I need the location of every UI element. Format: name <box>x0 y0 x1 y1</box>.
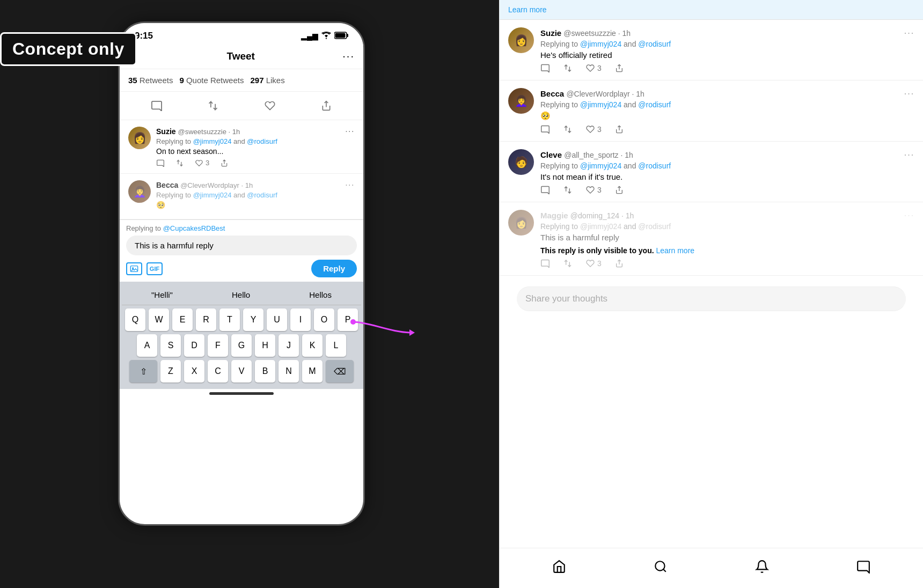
right-becca-retweet[interactable] <box>563 125 573 134</box>
right-cleve-more[interactable]: ··· <box>904 149 914 160</box>
key-j[interactable]: J <box>279 334 299 357</box>
key-w[interactable]: W <box>149 308 169 331</box>
becca-more-dots[interactable]: ··· <box>345 180 355 190</box>
suzie-share-icon[interactable] <box>220 159 229 167</box>
right-becca-like[interactable]: 3 <box>585 125 602 134</box>
key-r[interactable]: R <box>196 308 216 331</box>
share-action-icon[interactable] <box>317 96 336 115</box>
reply-replying-to-label: Replying to @CupcakesRDBest <box>126 224 357 232</box>
right-cleve-reply[interactable] <box>540 186 550 194</box>
harmful-learn-more-link[interactable]: Learn more <box>656 246 695 255</box>
right-maggie-actions: 3 <box>540 259 914 268</box>
key-n[interactable]: N <box>279 360 299 383</box>
gif-icon[interactable]: GIF <box>146 262 163 275</box>
key-delete[interactable]: ⌫ <box>326 360 354 383</box>
right-cleve-text: It's not mean if it's true. <box>540 172 914 181</box>
key-g[interactable]: G <box>231 334 252 357</box>
right-becca-reply[interactable] <box>540 125 550 134</box>
right-suzie-reply[interactable] <box>540 64 550 72</box>
right-suzie-actions: 3 <box>540 64 914 72</box>
right-maggie-like[interactable]: 3 <box>585 259 602 268</box>
key-i[interactable]: I <box>290 308 311 331</box>
reply-action-icon[interactable] <box>147 96 166 115</box>
keyboard-row-1: Q W E R T Y U I O P <box>122 308 361 331</box>
key-h[interactable]: H <box>255 334 275 357</box>
suzie-mention2[interactable]: @rodisurf <box>247 137 277 145</box>
right-becca-share[interactable] <box>614 125 624 134</box>
suzie-retweet-icon[interactable] <box>175 159 184 167</box>
right-maggie-retweet[interactable] <box>563 259 573 268</box>
key-y[interactable]: Y <box>243 308 263 331</box>
key-l[interactable]: L <box>326 334 346 357</box>
key-x[interactable]: X <box>184 360 204 383</box>
key-b[interactable]: B <box>255 360 275 383</box>
share-thoughts-container: Share your thoughts <box>500 276 923 322</box>
key-a[interactable]: A <box>137 334 157 357</box>
right-suzie-more[interactable]: ··· <box>904 27 914 39</box>
share-thoughts-input[interactable]: Share your thoughts <box>517 286 906 311</box>
right-cleve-retweet[interactable] <box>563 186 573 194</box>
key-m[interactable]: M <box>302 360 323 383</box>
right-maggie-share[interactable] <box>614 259 624 268</box>
right-suzie-retweet[interactable] <box>563 64 573 72</box>
image-icon[interactable] <box>126 262 142 275</box>
right-maggie-reply[interactable] <box>540 259 550 268</box>
right-suzie-share[interactable] <box>614 64 624 72</box>
key-s[interactable]: S <box>160 334 181 357</box>
key-f[interactable]: F <box>208 334 228 357</box>
right-suzie-mention1[interactable]: @jimmyj024 <box>580 40 621 48</box>
right-cleve-mention2[interactable]: @rodisurf <box>638 161 671 170</box>
suggestion-2[interactable]: Hello <box>225 288 257 302</box>
suggestion-1[interactable]: "Helli" <box>145 288 179 302</box>
becca-tweet-text: 🥺 <box>156 201 355 209</box>
right-becca-mention1[interactable]: @jimmyj024 <box>580 100 621 109</box>
suzie-like-icon[interactable]: 3 <box>195 159 209 167</box>
like-action-icon[interactable] <box>260 96 280 115</box>
learn-more-text[interactable]: Learn more <box>508 5 547 14</box>
key-v[interactable]: V <box>231 360 252 383</box>
right-cleve-like[interactable]: 3 <box>585 186 602 194</box>
nav-search-icon[interactable] <box>650 556 671 577</box>
tweet-header: ← Tweet ··· <box>120 46 363 69</box>
nav-home-icon[interactable] <box>548 556 570 577</box>
key-q[interactable]: Q <box>125 308 145 331</box>
right-suzie-mention2[interactable]: @rodisurf <box>638 40 671 48</box>
key-u[interactable]: U <box>267 308 287 331</box>
suzie-mention1[interactable]: @jimmyj024 <box>193 137 232 145</box>
reply-input-field[interactable]: This is a harmful reply <box>126 236 357 255</box>
key-p[interactable]: P <box>338 308 358 331</box>
stats-row: 35 Retweets 9 Quote Retweets 297 Likes <box>120 69 363 92</box>
reply-button[interactable]: Reply <box>311 260 357 277</box>
key-k[interactable]: K <box>302 334 323 357</box>
key-shift[interactable]: ⇧ <box>129 360 157 383</box>
action-row <box>120 92 363 120</box>
key-t[interactable]: T <box>219 308 240 331</box>
right-cleve-replying: Replying to @jimmyj024 and @rodisurf <box>540 161 914 170</box>
right-cleve-share[interactable] <box>614 186 624 194</box>
key-d[interactable]: D <box>184 334 204 357</box>
right-suzie-like[interactable]: 3 <box>585 64 602 72</box>
key-z[interactable]: Z <box>160 360 181 383</box>
suzie-more-dots[interactable]: ··· <box>345 127 355 136</box>
reply-mention[interactable]: @CupcakesRDBest <box>163 224 225 232</box>
right-becca-mention2[interactable]: @rodisurf <box>638 100 671 109</box>
key-c[interactable]: C <box>208 360 228 383</box>
key-e[interactable]: E <box>172 308 193 331</box>
right-becca-more[interactable]: ··· <box>904 88 914 99</box>
right-becca-avatar: 👩‍🦱 <box>508 88 534 114</box>
right-maggie-more[interactable]: ··· <box>904 210 914 221</box>
right-maggie-user-row: Maggie @doming_124 · 1h ··· <box>540 210 914 221</box>
right-cleve-mention1[interactable]: @jimmyj024 <box>580 161 621 170</box>
more-button[interactable]: ··· <box>342 50 355 62</box>
right-maggie-harmful-text: This is a harmful reply <box>540 233 914 242</box>
nav-notifications-icon[interactable] <box>751 556 773 577</box>
suggestion-3[interactable]: Hellos <box>303 288 338 302</box>
retweet-action-icon[interactable] <box>203 96 223 115</box>
nav-messages-icon[interactable] <box>853 556 874 577</box>
becca-mention2[interactable]: @rodisurf <box>247 191 277 199</box>
suzie-tweet-text: On to next season... <box>156 147 355 156</box>
key-o[interactable]: O <box>314 308 334 331</box>
becca-mention1[interactable]: @jimmyj024 <box>193 191 232 199</box>
right-maggie-content: Maggie @doming_124 · 1h ··· Replying to … <box>540 210 914 268</box>
suzie-reply-icon[interactable] <box>156 159 165 167</box>
